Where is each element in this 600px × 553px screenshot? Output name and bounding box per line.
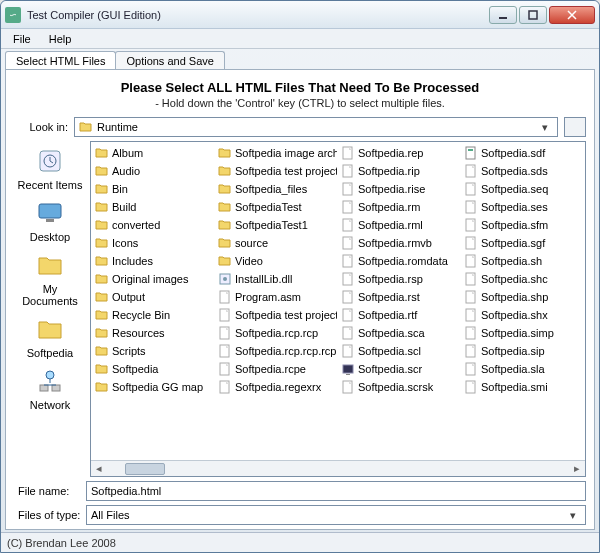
file-item[interactable]: Softpedia.rcpe bbox=[216, 360, 337, 378]
file-item[interactable]: Softpedia.rm bbox=[339, 198, 460, 216]
file-item[interactable]: Softpedia.sip bbox=[462, 342, 583, 360]
file-item[interactable]: Resources bbox=[93, 324, 214, 342]
place-mydocs[interactable]: My Documents bbox=[16, 249, 84, 307]
file-item[interactable]: Softpedia.scl bbox=[339, 342, 460, 360]
file-item[interactable]: Softpedia image archive bbox=[216, 144, 337, 162]
file-grid[interactable]: AlbumSoftpedia image archiveSoftpedia.re… bbox=[91, 142, 585, 460]
file-item[interactable]: Softpedia.rcp.rcp.rcp bbox=[216, 342, 337, 360]
file-label: Softpedia.ses bbox=[481, 201, 548, 213]
file-label: Softpedia.rtf bbox=[358, 309, 417, 321]
desktop-icon bbox=[34, 197, 66, 229]
file-icon bbox=[464, 218, 478, 232]
file-icon bbox=[218, 308, 232, 322]
file-item[interactable]: Softpedia test project bbox=[216, 162, 337, 180]
file-item[interactable]: Softpedia.sgf bbox=[462, 234, 583, 252]
file-icon bbox=[341, 344, 355, 358]
file-item[interactable]: Video bbox=[216, 252, 337, 270]
file-item[interactable]: InstallLib.dll bbox=[216, 270, 337, 288]
file-item[interactable]: Softpedia.rsp bbox=[339, 270, 460, 288]
file-item[interactable]: Scripts bbox=[93, 342, 214, 360]
file-icon bbox=[341, 236, 355, 250]
filename-input[interactable]: Softpedia.html bbox=[86, 481, 586, 501]
file-item[interactable]: Album bbox=[93, 144, 214, 162]
file-item[interactable]: Softpedia.rst bbox=[339, 288, 460, 306]
file-item[interactable]: SoftpediaTest1 bbox=[216, 216, 337, 234]
file-item[interactable]: Softpedia.scrsk bbox=[339, 378, 460, 396]
svg-rect-6 bbox=[46, 219, 54, 222]
file-icon bbox=[218, 290, 232, 304]
file-item[interactable]: Includes bbox=[93, 252, 214, 270]
mydocs-icon bbox=[34, 249, 66, 281]
file-icon bbox=[464, 164, 478, 178]
close-button[interactable] bbox=[549, 6, 595, 24]
file-item[interactable]: Softpedia_files bbox=[216, 180, 337, 198]
file-icon bbox=[464, 290, 478, 304]
minimize-icon bbox=[498, 10, 508, 20]
file-item[interactable]: Softpedia.seq bbox=[462, 180, 583, 198]
file-item[interactable]: Audio bbox=[93, 162, 214, 180]
place-desktop[interactable]: Desktop bbox=[16, 197, 84, 243]
file-item[interactable]: Softpedia GG map bbox=[93, 378, 214, 396]
file-label: Softpedia.rise bbox=[358, 183, 425, 195]
file-item[interactable]: Softpedia.shx bbox=[462, 306, 583, 324]
file-item[interactable]: Softpedia.sdf bbox=[462, 144, 583, 162]
file-item[interactable]: Softpedia.rep bbox=[339, 144, 460, 162]
file-item[interactable]: Bin bbox=[93, 180, 214, 198]
maximize-button[interactable] bbox=[519, 6, 547, 24]
file-label: SoftpediaTest bbox=[235, 201, 302, 213]
file-label: Build bbox=[112, 201, 136, 213]
file-item[interactable]: Softpedia bbox=[93, 360, 214, 378]
file-item[interactable]: Softpedia.sfm bbox=[462, 216, 583, 234]
file-item[interactable]: Softpedia.sla bbox=[462, 360, 583, 378]
file-item[interactable]: Softpedia.rip bbox=[339, 162, 460, 180]
titlebar[interactable]: Test Compiler (GUI Edition) bbox=[1, 1, 599, 29]
file-item[interactable]: Build bbox=[93, 198, 214, 216]
file-item[interactable]: Softpedia.sds bbox=[462, 162, 583, 180]
file-item[interactable]: Program.asm bbox=[216, 288, 337, 306]
file-item[interactable]: Softpedia.sh bbox=[462, 252, 583, 270]
file-item[interactable]: Icons bbox=[93, 234, 214, 252]
file-item[interactable]: Softpedia.rcp.rcp bbox=[216, 324, 337, 342]
file-item[interactable]: Softpedia.rmvb bbox=[339, 234, 460, 252]
file-item[interactable]: Softpedia.rml bbox=[339, 216, 460, 234]
file-item[interactable]: Softpedia.ses bbox=[462, 198, 583, 216]
file-item[interactable]: Softpedia.regexrx bbox=[216, 378, 337, 396]
file-item[interactable]: Softpedia.scr bbox=[339, 360, 460, 378]
menu-help[interactable]: Help bbox=[41, 31, 80, 47]
file-item[interactable]: Output bbox=[93, 288, 214, 306]
file-item[interactable]: Softpedia.romdata bbox=[339, 252, 460, 270]
file-item[interactable]: SoftpediaTest bbox=[216, 198, 337, 216]
file-icon bbox=[218, 362, 232, 376]
filetype-combo[interactable]: All Files ▾ bbox=[86, 505, 586, 525]
folder-icon bbox=[218, 182, 232, 196]
tab-select-html[interactable]: Select HTML Files bbox=[5, 51, 116, 69]
lookin-combo[interactable]: Runtime ▾ bbox=[74, 117, 558, 137]
svg-rect-11 bbox=[466, 147, 475, 159]
file-item[interactable]: Softpedia.shp bbox=[462, 288, 583, 306]
file-item[interactable]: converted bbox=[93, 216, 214, 234]
chevron-down-icon: ▾ bbox=[565, 509, 581, 522]
file-item[interactable]: Softpedia.shc bbox=[462, 270, 583, 288]
file-item[interactable]: Softpedia.sca bbox=[339, 324, 460, 342]
place-label: My Documents bbox=[16, 283, 84, 307]
file-item[interactable]: Softpedia test project.lnp bbox=[216, 306, 337, 324]
view-mode-button[interactable] bbox=[564, 117, 586, 137]
folder-icon bbox=[218, 218, 232, 232]
file-item[interactable]: Softpedia.rise bbox=[339, 180, 460, 198]
lookin-label: Look in: bbox=[14, 121, 68, 133]
file-item[interactable]: source bbox=[216, 234, 337, 252]
place-softpedia[interactable]: Softpedia bbox=[16, 313, 84, 359]
place-recent[interactable]: Recent Items bbox=[16, 145, 84, 191]
file-item[interactable]: Softpedia.simp bbox=[462, 324, 583, 342]
file-item[interactable]: Softpedia.smi bbox=[462, 378, 583, 396]
menu-file[interactable]: File bbox=[5, 31, 39, 47]
scrollbar-thumb[interactable] bbox=[125, 463, 165, 475]
file-item[interactable]: Original images bbox=[93, 270, 214, 288]
tab-options-save[interactable]: Options and Save bbox=[115, 51, 224, 69]
minimize-button[interactable] bbox=[489, 6, 517, 24]
file-item[interactable]: Recycle Bin bbox=[93, 306, 214, 324]
file-label: Album bbox=[112, 147, 143, 159]
place-network[interactable]: Network bbox=[16, 365, 84, 411]
horizontal-scrollbar[interactable]: ◂ ▸ bbox=[91, 460, 585, 476]
file-item[interactable]: Softpedia.rtf bbox=[339, 306, 460, 324]
